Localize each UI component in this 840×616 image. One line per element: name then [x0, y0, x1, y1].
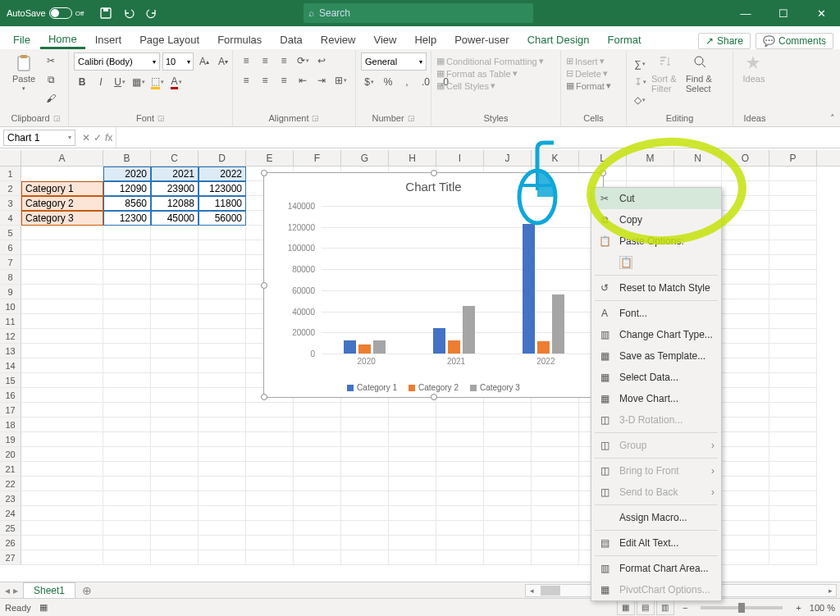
cell[interactable] [21, 388, 103, 403]
cell[interactable] [199, 240, 246, 255]
cell[interactable] [103, 358, 151, 373]
cell[interactable] [769, 521, 817, 536]
legend-item[interactable]: Category 2 [409, 383, 459, 392]
cell[interactable] [103, 462, 151, 477]
row-header[interactable]: 1 [0, 167, 21, 181]
border-button[interactable]: ▦ [130, 74, 147, 90]
column-header[interactable]: D [199, 150, 246, 166]
cell[interactable] [294, 432, 341, 447]
menu-power-user[interactable]: Power-user [446, 30, 517, 49]
font-name-combo[interactable]: Calibri (Body)▾ [74, 52, 160, 71]
cell[interactable] [199, 403, 246, 418]
row-header[interactable]: 25 [0, 521, 21, 536]
select-all-button[interactable] [0, 150, 21, 166]
menu-chart-design[interactable]: Chart Design [519, 30, 598, 49]
search-box[interactable]: ⌕ Search [304, 3, 533, 23]
row-header[interactable]: 19 [0, 432, 21, 447]
cell[interactable] [246, 521, 294, 536]
cell[interactable] [199, 285, 246, 299]
cell[interactable] [484, 477, 532, 491]
context-menu-item[interactable]: ▦Move Chart... [591, 388, 721, 409]
dialog-launcher-icon[interactable]: ◲ [408, 114, 415, 122]
cell[interactable] [769, 255, 817, 270]
bar[interactable] [537, 341, 550, 354]
macro-record-icon[interactable]: ▦ [39, 602, 48, 613]
cell[interactable] [769, 536, 817, 550]
bar[interactable] [358, 345, 371, 354]
cell[interactable] [246, 491, 294, 506]
cell[interactable] [722, 550, 769, 565]
row-header[interactable]: 20 [0, 447, 21, 462]
cell[interactable] [436, 403, 484, 418]
cell[interactable] [532, 536, 579, 550]
dialog-launcher-icon[interactable]: ◲ [312, 114, 319, 122]
cell[interactable] [21, 329, 103, 344]
cell[interactable] [21, 344, 103, 358]
cell[interactable] [21, 373, 103, 388]
cell[interactable] [722, 329, 769, 344]
row-header[interactable]: 9 [0, 285, 21, 299]
cell[interactable] [769, 358, 817, 373]
cell[interactable] [246, 403, 294, 418]
tab-prev-icon[interactable]: ◂ [5, 585, 10, 596]
cell[interactable] [341, 432, 389, 447]
cell[interactable] [21, 462, 103, 477]
cell[interactable] [722, 536, 769, 550]
cell[interactable] [151, 418, 199, 432]
cell[interactable] [722, 255, 769, 270]
undo-icon[interactable] [118, 2, 139, 24]
cell[interactable] [341, 477, 389, 491]
cell[interactable] [722, 432, 769, 447]
paste-options-row[interactable]: 📋 [591, 252, 721, 273]
cell[interactable] [769, 299, 817, 314]
cell[interactable] [722, 373, 769, 388]
number-format-combo[interactable]: General▾ [361, 52, 427, 71]
cell[interactable] [769, 403, 817, 418]
cell[interactable] [436, 550, 484, 565]
cell[interactable] [103, 240, 151, 255]
cell[interactable] [21, 167, 103, 181]
menu-help[interactable]: Help [406, 30, 445, 49]
find-select-button[interactable]: Find & Select [686, 52, 717, 94]
cell[interactable] [389, 403, 436, 418]
cell[interactable] [199, 329, 246, 344]
cell[interactable] [151, 314, 199, 329]
cell[interactable] [199, 462, 246, 477]
cell[interactable] [21, 358, 103, 373]
cell[interactable] [103, 418, 151, 432]
cell[interactable] [294, 550, 341, 565]
cell[interactable]: 12090 [103, 181, 151, 196]
cell[interactable] [103, 447, 151, 462]
row-header[interactable]: 11 [0, 314, 21, 329]
cell[interactable] [532, 403, 579, 418]
cell[interactable] [151, 462, 199, 477]
row-header[interactable]: 3 [0, 196, 21, 211]
clear-icon[interactable]: ◇ [632, 92, 648, 108]
cell[interactable] [151, 388, 199, 403]
cell[interactable] [294, 418, 341, 432]
cell[interactable] [103, 388, 151, 403]
cell[interactable] [341, 403, 389, 418]
cell[interactable] [103, 314, 151, 329]
cell[interactable] [389, 462, 436, 477]
cell[interactable] [103, 329, 151, 344]
zoom-in-icon[interactable]: + [796, 603, 801, 613]
cell[interactable] [722, 491, 769, 506]
cell[interactable] [294, 403, 341, 418]
column-header[interactable]: H [389, 150, 436, 166]
cell[interactable] [722, 418, 769, 432]
context-menu-item[interactable]: ▥Format Chart Area... [591, 558, 721, 579]
cell[interactable] [484, 403, 532, 418]
cell[interactable] [722, 358, 769, 373]
cell[interactable] [199, 491, 246, 506]
cell[interactable] [769, 506, 817, 521]
cell[interactable] [103, 432, 151, 447]
menu-review[interactable]: Review [313, 30, 364, 49]
cell[interactable] [246, 447, 294, 462]
indent-right-icon[interactable]: ⇥ [313, 72, 330, 89]
row-header[interactable]: 26 [0, 536, 21, 550]
cell[interactable] [722, 403, 769, 418]
menu-view[interactable]: View [365, 30, 404, 49]
bar[interactable] [433, 328, 445, 354]
cell[interactable] [484, 462, 532, 477]
